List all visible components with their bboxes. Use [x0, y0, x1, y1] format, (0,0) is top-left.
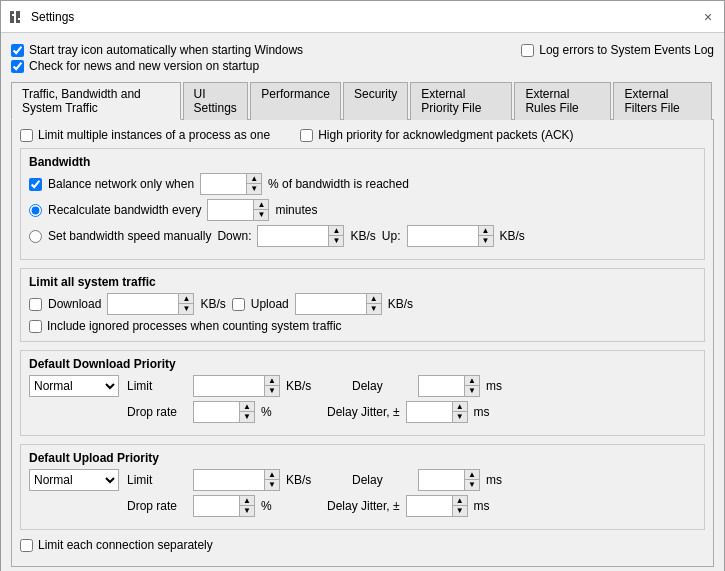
ul-limit-spinbox-btns: ▲ ▼	[264, 470, 279, 490]
upload-limit-spinbox-btns: ▲ ▼	[366, 294, 381, 314]
down-down-btn[interactable]: ▼	[329, 236, 343, 246]
upload-limit-label: Upload	[251, 297, 289, 311]
upload-up-btn[interactable]: ▲	[367, 294, 381, 304]
tab-priority-file[interactable]: External Priority File	[410, 82, 512, 120]
dl-delay-down-btn[interactable]: ▼	[465, 386, 479, 396]
up-down-btn[interactable]: ▼	[479, 236, 493, 246]
ul-droprate-up-btn[interactable]: ▲	[240, 496, 254, 506]
recalculate-radio[interactable]	[29, 204, 42, 217]
upload-delay-label: Delay	[352, 473, 412, 487]
upload-priority-fields1: Limit 30.00 ▲ ▼ KB/s Delay 0	[127, 469, 546, 491]
up-value-input[interactable]: 12500.00	[408, 228, 478, 244]
manual-label: Set bandwidth speed manually	[48, 229, 211, 243]
dl-droprate-down-btn[interactable]: ▼	[240, 412, 254, 422]
check-news-row: Check for news and new version on startu…	[11, 59, 303, 73]
ul-droprate-down-btn[interactable]: ▼	[240, 506, 254, 516]
balance-down-btn[interactable]: ▼	[247, 184, 261, 194]
tab-content: Limit multiple instances of a process as…	[11, 120, 714, 567]
download-up-btn[interactable]: ▲	[179, 294, 193, 304]
upload-delay-input[interactable]: 0	[419, 472, 464, 488]
up-up-btn[interactable]: ▲	[479, 226, 493, 236]
download-delay-input[interactable]: 0	[419, 378, 464, 394]
download-jitter-input[interactable]: 0	[407, 404, 452, 420]
upload-limit-field-spinbox: 30.00 ▲ ▼	[193, 469, 280, 491]
limit-each-checkbox[interactable]	[20, 539, 33, 552]
start-tray-label: Start tray icon automatically when start…	[29, 43, 303, 57]
ul-delay-down-btn[interactable]: ▼	[465, 480, 479, 490]
ul-delay-up-btn[interactable]: ▲	[465, 470, 479, 480]
dl-jitter-up-btn[interactable]: ▲	[453, 402, 467, 412]
download-limit-checkbox[interactable]	[29, 298, 42, 311]
up-spinbox-btns: ▲ ▼	[478, 226, 493, 246]
tab-traffic[interactable]: Traffic, Bandwidth and System Traffic	[11, 82, 181, 120]
download-delay-spinbox: 0 ▲ ▼	[418, 375, 480, 397]
upload-limit-spinbox: 100.00 ▲ ▼	[295, 293, 382, 315]
download-droprate-input[interactable]: 0.0	[194, 404, 239, 420]
recalculate-spinbox-btns: ▲ ▼	[253, 200, 268, 220]
limit-instances-label: Limit multiple instances of a process as…	[38, 128, 270, 142]
dl-limit-up-btn[interactable]: ▲	[265, 376, 279, 386]
ul-jitter-down-btn[interactable]: ▼	[453, 506, 467, 516]
tabs-container: Traffic, Bandwidth and System Traffic UI…	[11, 81, 714, 120]
upload-droprate-input[interactable]: 0.0	[194, 498, 239, 514]
upload-limit-field-unit: KB/s	[286, 473, 346, 487]
ul-limit-up-btn[interactable]: ▲	[265, 470, 279, 480]
download-down-btn[interactable]: ▼	[179, 304, 193, 314]
download-droprate-unit: %	[261, 405, 321, 419]
balance-network-checkbox[interactable]	[29, 178, 42, 191]
download-priority-select[interactable]: Normal Low High Real-time	[29, 375, 119, 397]
start-tray-checkbox[interactable]	[11, 44, 24, 57]
bandwidth-section: Bandwidth Balance network only when 80 ▲…	[20, 148, 705, 260]
recalculate-label: Recalculate bandwidth every	[48, 203, 201, 217]
download-limit-input[interactable]: 100.00	[108, 296, 178, 312]
download-droprate-spinbox: 0.0 ▲ ▼	[193, 401, 255, 423]
upload-limit-checkbox[interactable]	[232, 298, 245, 311]
manual-radio[interactable]	[29, 230, 42, 243]
ul-limit-down-btn[interactable]: ▼	[265, 480, 279, 490]
recalculate-up-btn[interactable]: ▲	[254, 200, 268, 210]
include-ignored-row: Include ignored processes when counting …	[29, 319, 696, 333]
upload-down-btn[interactable]: ▼	[367, 304, 381, 314]
tab-filters-file[interactable]: External Filters File	[613, 82, 712, 120]
ul-jitter-up-btn[interactable]: ▲	[453, 496, 467, 506]
tab-rules-file[interactable]: External Rules File	[514, 82, 611, 120]
down-value-input[interactable]: 12500.00	[258, 228, 328, 244]
limit-each-label: Limit each connection separately	[38, 538, 213, 552]
download-limit-spinbox-btns: ▲ ▼	[178, 294, 193, 314]
dl-delay-up-btn[interactable]: ▲	[465, 376, 479, 386]
dl-limit-down-btn[interactable]: ▼	[265, 386, 279, 396]
ul-delay-spinbox-btns: ▲ ▼	[464, 470, 479, 490]
limit-traffic-section: Limit all system traffic Download 100.00…	[20, 268, 705, 342]
balance-up-btn[interactable]: ▲	[247, 174, 261, 184]
upload-jitter-label: Delay Jitter, ±	[327, 499, 400, 513]
window-title: Settings	[31, 10, 74, 24]
upload-limit-field-input[interactable]: 30.00	[194, 472, 264, 488]
recalculate-row: Recalculate bandwidth every 60 ▲ ▼ minut…	[29, 199, 696, 221]
close-button[interactable]: ×	[700, 9, 716, 25]
download-limit-spinbox: 100.00 ▲ ▼	[107, 293, 194, 315]
download-limit-field-input[interactable]: 30.00	[194, 378, 264, 394]
high-priority-checkbox[interactable]	[300, 129, 313, 142]
upload-priority-select[interactable]: Normal Low High Real-time	[29, 469, 119, 491]
recalculate-value-input[interactable]: 60	[208, 202, 253, 218]
log-errors-checkbox[interactable]	[521, 44, 534, 57]
tab-performance[interactable]: Performance	[250, 82, 341, 120]
dl-jitter-down-btn[interactable]: ▼	[453, 412, 467, 422]
download-limit-label: Download	[48, 297, 101, 311]
balance-value-input[interactable]: 80	[201, 176, 246, 192]
include-ignored-label: Include ignored processes when counting …	[47, 319, 342, 333]
down-up-btn[interactable]: ▲	[329, 226, 343, 236]
upload-jitter-input[interactable]: 0	[407, 498, 452, 514]
upload-limit-input[interactable]: 100.00	[296, 296, 366, 312]
dl-droprate-up-btn[interactable]: ▲	[240, 402, 254, 412]
limit-each-row: Limit each connection separately	[20, 538, 705, 552]
tab-security[interactable]: Security	[343, 82, 408, 120]
check-news-checkbox[interactable]	[11, 60, 24, 73]
limit-instances-checkbox[interactable]	[20, 129, 33, 142]
include-ignored-checkbox[interactable]	[29, 320, 42, 333]
recalculate-down-btn[interactable]: ▼	[254, 210, 268, 220]
dl-droprate-spinbox-btns: ▲ ▼	[239, 402, 254, 422]
tab-ui[interactable]: UI Settings	[183, 82, 249, 120]
window-body: Start tray icon automatically when start…	[1, 33, 724, 571]
check-news-label: Check for news and new version on startu…	[29, 59, 259, 73]
